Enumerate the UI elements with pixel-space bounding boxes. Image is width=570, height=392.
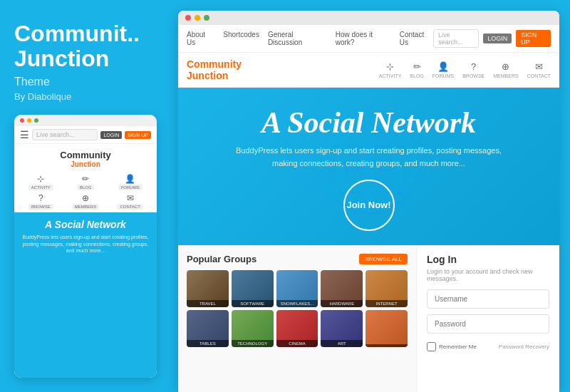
group-item-tables[interactable]: TABLES: [187, 310, 229, 347]
mobile-mockup: ☰ Live search... LOGIN SIGN UP Community…: [14, 115, 157, 378]
browser-dot-yellow: [195, 15, 200, 21]
header-icon-blog[interactable]: ✏ BLOG: [410, 61, 423, 78]
remember-me-text: Remember Me: [439, 344, 477, 350]
mobile-logo-sub: Junction: [17, 160, 154, 168]
members-icon: ⊕: [502, 61, 509, 72]
contact-icon: ✉: [535, 61, 543, 72]
mobile-logo-main: Community: [17, 150, 154, 160]
mobile-hamburger-icon[interactable]: ☰: [20, 129, 29, 140]
popular-groups-title: Popular Groups: [187, 254, 256, 264]
mobile-hero-text: BuddyPress lets users sign-up and start …: [20, 234, 151, 254]
group-item-technology[interactable]: TECHNOLOGY: [232, 310, 274, 347]
mobile-login-button[interactable]: LOGIN: [100, 131, 122, 139]
members-label: MEMBERS: [493, 73, 518, 78]
activity-icon: ⊹: [37, 174, 44, 184]
mobile-search-bar: Live search...: [32, 129, 98, 140]
mobile-icon-activity[interactable]: ⊹ ACTIVITY: [20, 174, 62, 190]
login-title: Log In: [427, 254, 549, 265]
blog-icon: ✏: [82, 174, 89, 184]
site-logo-sub: Junction: [187, 70, 228, 81]
group-item-software[interactable]: SOFTWARE: [232, 270, 274, 307]
browse-icon: ?: [38, 193, 43, 203]
site-nav-right: Live search... LOGIN SIGN UP: [433, 29, 551, 48]
mobile-icon-forums[interactable]: 👤 FORUMS: [109, 174, 151, 190]
forums-icon: 👤: [125, 174, 135, 184]
nav-about-us[interactable]: About Us: [187, 31, 214, 46]
groups-grid: TRAVEL SOFTWARE SNOWFLAKES... HARDWARE: [187, 270, 408, 347]
site-logo-name: Community Junction: [187, 58, 242, 81]
username-input[interactable]: [427, 289, 549, 309]
mobile-icon-members[interactable]: ⊕ MEMBERS: [65, 193, 107, 210]
group-label-cinema: CINEMA: [276, 340, 318, 347]
theme-author: By Diabolique: [14, 91, 157, 102]
group-item-snowflakes[interactable]: SNOWFLAKES...: [276, 270, 318, 307]
nav-how-it-works[interactable]: How does it work?: [336, 31, 391, 46]
header-icon-contact[interactable]: ✉ CONTACT: [527, 61, 551, 78]
site-header-icons: ⊹ ACTIVITY ✏ BLOG 👤 FORUMS ? BROWSE ⊕: [379, 61, 551, 78]
browser-chrome: [178, 11, 559, 25]
hero-subtitle: BuddyPress lets users sign-up and start …: [227, 145, 512, 170]
nav-shortcodes[interactable]: Shortcodes: [223, 31, 259, 46]
blog-label: BLOG: [77, 185, 95, 190]
browse-all-button[interactable]: BROWSE ALL: [359, 254, 408, 264]
site-login-button[interactable]: LOGIN: [483, 33, 512, 43]
activity-label: ACTIVITY: [379, 73, 402, 78]
group-item-internet[interactable]: INTERNET: [366, 270, 408, 307]
mobile-nav: ☰ Live search... LOGIN SIGN UP: [14, 126, 157, 144]
site-nav-links: About Us Shortcodes General Discussion H…: [187, 31, 433, 46]
site-header: Community Junction ⊹ ACTIVITY ✏ BLOG 👤 F…: [178, 53, 559, 88]
site-logo-main: Community: [187, 58, 242, 70]
theme-title-line1: Communit..: [14, 21, 157, 46]
header-icon-browse[interactable]: ? BROWSE: [462, 61, 484, 78]
popular-groups-section: Popular Groups BROWSE ALL TRAVEL SOFTWAR…: [178, 245, 417, 392]
group-label-misc: [366, 344, 408, 347]
header-icon-activity[interactable]: ⊹ ACTIVITY: [379, 61, 402, 78]
forums-label: FORUMS: [432, 73, 454, 78]
group-item-hardware[interactable]: HARDWARE: [321, 270, 363, 307]
hero-title: A Social Network: [192, 108, 545, 138]
browser-dot-red: [185, 15, 191, 21]
join-now-button[interactable]: Join Now!: [343, 180, 395, 231]
browse-label: BROWSE: [28, 204, 53, 210]
forums-label: FORUMS: [118, 185, 142, 190]
contact-label: CONTACT: [117, 204, 143, 210]
site-search-input[interactable]: Live search...: [433, 29, 479, 48]
group-item-cinema[interactable]: CINEMA: [276, 310, 318, 347]
mobile-hero-title: A Social Network: [20, 220, 151, 230]
group-item-travel[interactable]: TRAVEL: [187, 270, 229, 307]
site-hero: 🌐 A Social Network BuddyPress lets users…: [178, 88, 559, 245]
header-icon-members[interactable]: ⊕ MEMBERS: [493, 61, 518, 78]
remember-me-label[interactable]: Remember Me: [427, 342, 477, 351]
nav-general-discussion[interactable]: General Discussion: [268, 31, 327, 46]
password-input[interactable]: [427, 314, 549, 334]
mobile-hero: A Social Network BuddyPress lets users s…: [14, 212, 157, 378]
login-remember-row: Remember Me Password Recovery: [427, 342, 549, 351]
browse-icon: ?: [471, 61, 476, 72]
group-item-art[interactable]: ART: [321, 310, 363, 347]
nav-contact-us[interactable]: Contact Us: [400, 31, 433, 46]
contact-label: CONTACT: [527, 73, 551, 78]
site-signup-button[interactable]: SIGN UP: [516, 30, 551, 47]
browse-label: BROWSE: [462, 73, 484, 78]
remember-me-checkbox[interactable]: [427, 342, 436, 351]
site-bottom: Popular Groups BROWSE ALL TRAVEL SOFTWAR…: [178, 245, 559, 392]
browser-window: About Us Shortcodes General Discussion H…: [178, 11, 559, 392]
group-label-art: ART: [321, 340, 363, 347]
login-subtitle: Login to your account and check new mess…: [427, 268, 549, 282]
mobile-signup-button[interactable]: SIGN UP: [125, 131, 151, 139]
login-panel: Log In Login to your account and check n…: [417, 245, 559, 392]
group-label-software: SOFTWARE: [232, 300, 274, 307]
header-icon-forums[interactable]: 👤 FORUMS: [432, 61, 454, 78]
group-label-hardware: HARDWARE: [321, 300, 363, 307]
group-item-misc[interactable]: [366, 310, 408, 347]
mobile-icon-contact[interactable]: ✉ CONTACT: [109, 193, 151, 210]
password-recovery-link[interactable]: Password Recovery: [499, 344, 549, 350]
left-panel: Communit.. Junction Theme By Diabolique …: [0, 0, 171, 392]
mobile-icon-browse[interactable]: ? BROWSE: [20, 193, 62, 210]
mobile-top-bar: [14, 115, 157, 126]
blog-icon: ✏: [413, 61, 421, 72]
contact-icon: ✉: [127, 193, 134, 203]
mobile-dot-red: [20, 118, 24, 123]
mobile-icon-blog[interactable]: ✏ BLOG: [65, 174, 107, 190]
mobile-icons-grid: ⊹ ACTIVITY ✏ BLOG 👤 FORUMS ? BROWSE ⊕ ME…: [14, 171, 157, 212]
